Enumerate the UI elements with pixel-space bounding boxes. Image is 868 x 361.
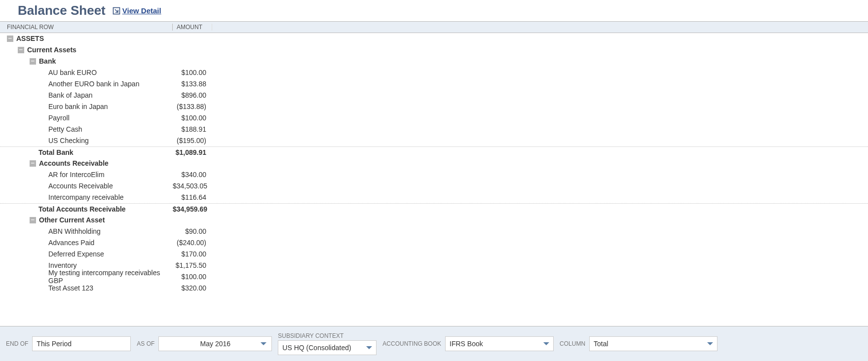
row-label: Intercompany receivable [48,193,124,201]
enter-icon [113,7,120,15]
row-amount: ($133.88) [173,103,209,110]
collapse-icon[interactable]: − [7,36,13,42]
table-row[interactable]: Bank of Japan $896.00 [0,90,868,101]
report-body: − ASSETS − Current Assets − Bank AU bank… [0,33,868,324]
row-label: Total Accounts Receivable [38,205,126,213]
row-amount: $1,089.91 [173,148,209,156]
row-current-assets[interactable]: − Current Assets [0,44,868,56]
row-amount: $170.00 [173,250,209,258]
row-amount: $100.00 [173,114,209,122]
row-amount: $340.00 [173,171,209,179]
row-label: Payroll [48,114,70,122]
row-bank-total[interactable]: Total Bank $1,089.91 [0,146,868,158]
row-label: AR for IntercoElim [48,171,105,179]
table-row[interactable]: Test Asset 123 $320.00 [0,283,868,294]
table-row[interactable]: Petty Cash $188.91 [0,124,868,135]
column-header-amount[interactable]: AMOUNT [173,24,212,31]
row-label: Accounts Receivable [48,182,113,190]
view-detail-label: View Detail [122,6,161,15]
row-label: Bank of Japan [48,91,93,99]
table-row[interactable]: Euro bank in Japan ($133.88) [0,101,868,112]
view-detail-link[interactable]: View Detail [113,6,161,15]
row-label: Test Asset 123 [48,284,93,292]
row-label: AU bank EURO [48,69,97,76]
table-row[interactable]: Accounts Receivable $34,503.05 [0,180,868,192]
table-row[interactable]: Deferred Expense $170.00 [0,249,868,260]
row-amount: $34,959.69 [173,205,210,213]
table-row[interactable]: AR for IntercoElim $340.00 [0,169,868,180]
row-label: Other Current Asset [39,216,105,224]
row-bank-header[interactable]: − Bank [0,56,868,67]
table-row[interactable]: Advances Paid ($240.00) [0,237,868,249]
row-amount: $116.64 [173,193,209,201]
row-label: My testing intercompany receivables GBP [48,269,173,285]
row-label: US Checking [48,137,89,144]
collapse-icon[interactable]: − [18,47,24,53]
row-amount: $188.91 [173,125,209,133]
row-amount: $320.00 [173,284,209,292]
row-amount: $1,175.50 [173,261,209,269]
row-label: ABN Withholding [48,227,101,235]
collapse-icon[interactable]: − [30,160,36,167]
table-row[interactable]: ABN Withholding $90.00 [0,226,868,237]
row-label: Another EURO bank in Japan [48,80,139,88]
row-other-header[interactable]: − Other Current Asset [0,215,868,226]
table-row[interactable]: US Checking ($195.00) [0,135,868,146]
page-title: Balance Sheet [18,3,106,18]
row-label: Petty Cash [48,125,82,133]
row-label: ASSETS [16,35,44,42]
row-label: Bank [39,57,56,65]
row-amount: ($195.00) [173,137,209,144]
table-row[interactable]: My testing intercompany receivables GBP … [0,271,868,283]
table-row[interactable]: Intercompany receivable $116.64 [0,192,868,203]
row-label: Inventory [48,261,77,269]
table-row[interactable]: Payroll $100.00 [0,112,868,124]
row-amount: $100.00 [173,69,209,76]
row-amount: $133.88 [173,80,209,88]
table-row[interactable]: Another EURO bank in Japan $133.88 [0,78,868,90]
row-amount: $896.00 [173,91,209,99]
row-label: Accounts Receivable [39,159,109,167]
table-row[interactable]: AU bank EURO $100.00 [0,67,868,78]
row-label: Euro bank in Japan [48,103,108,110]
row-amount: $100.00 [173,273,209,281]
row-label: Advances Paid [48,239,94,247]
column-header-name[interactable]: FINANCIAL ROW [0,24,173,31]
row-label: Deferred Expense [48,250,104,258]
row-amount: $90.00 [173,227,209,235]
collapse-icon[interactable]: − [30,58,36,65]
row-label: Current Assets [27,46,76,54]
page-header: Balance Sheet View Detail [0,0,868,22]
row-amount: $34,503.05 [173,182,210,190]
row-amount: ($240.00) [173,239,209,247]
row-label: Total Bank [38,148,74,156]
collapse-icon[interactable]: − [30,217,36,223]
column-headers: FINANCIAL ROW AMOUNT [0,22,868,33]
row-assets[interactable]: − ASSETS [0,33,868,44]
row-ar-header[interactable]: − Accounts Receivable [0,158,868,169]
row-ar-total[interactable]: Total Accounts Receivable $34,959.69 [0,203,868,215]
